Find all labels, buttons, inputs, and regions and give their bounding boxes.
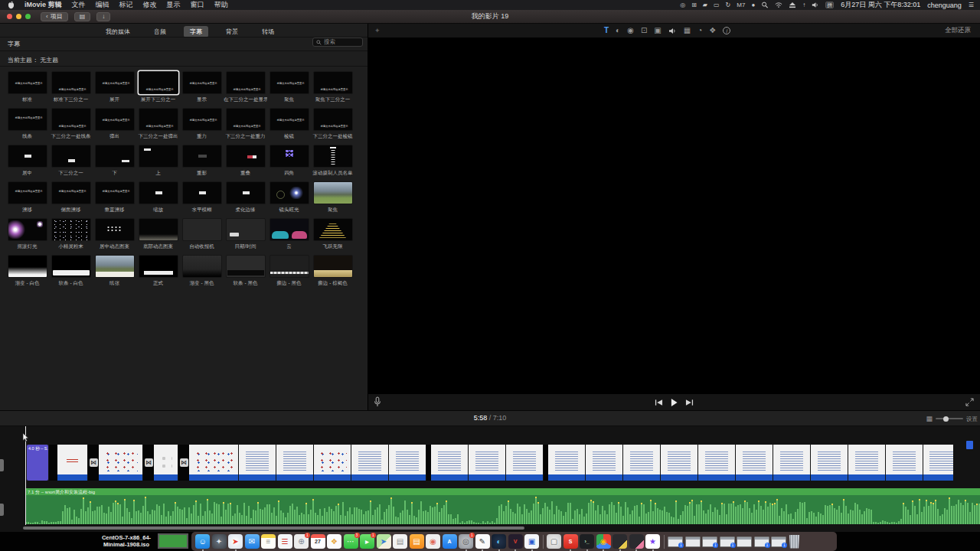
tab-背景[interactable]: 背景 bbox=[220, 26, 244, 37]
video-clip[interactable] bbox=[57, 445, 87, 481]
notification-app-icon[interactable]: ● bbox=[751, 2, 755, 8]
dock-mail[interactable]: ✉ bbox=[245, 534, 260, 549]
title-item[interactable]: 软条 - 黑色 bbox=[224, 255, 267, 292]
video-clip[interactable] bbox=[886, 445, 923, 481]
title-item[interactable]: 居中 bbox=[5, 145, 49, 181]
menu-item-1[interactable]: iMovie 剪辑 bbox=[24, 0, 62, 10]
dock-notes[interactable]: ≡ bbox=[261, 534, 276, 549]
tab-转场[interactable]: 转场 bbox=[256, 26, 280, 37]
transition-icon[interactable]: ⋈ bbox=[145, 458, 153, 467]
minimize-window-button[interactable] bbox=[16, 14, 21, 19]
tab-我的媒体[interactable]: 我的媒体 bbox=[100, 26, 136, 37]
menu-item-2[interactable]: 文件 bbox=[72, 0, 86, 10]
dock-photobooth[interactable]: ◉ bbox=[426, 534, 440, 549]
title-item[interactable]: 标题文本出现在这里显示标准下三分之一 bbox=[49, 71, 93, 108]
speed-tool[interactable]: ◔ bbox=[697, 27, 702, 34]
title-item[interactable]: 标题文本出现在这里显示下三分之一处棱镜 bbox=[311, 108, 354, 145]
dock-books[interactable]: ▤ bbox=[410, 534, 424, 549]
transition-slot[interactable]: ⋈ bbox=[178, 445, 189, 481]
title-item[interactable]: 居中动态图案 bbox=[93, 218, 136, 255]
video-clip[interactable] bbox=[239, 445, 276, 481]
minimized-window-4[interactable]: 1 bbox=[720, 536, 735, 547]
title-item[interactable]: 重影 bbox=[180, 145, 224, 181]
transition-icon[interactable]: ⋈ bbox=[180, 458, 188, 467]
title-item[interactable]: 标题文本出现在这里显示线条 bbox=[5, 108, 49, 145]
display-icon[interactable]: ▭ bbox=[714, 2, 720, 8]
dock-system-preferences[interactable]: ◎1 bbox=[459, 534, 473, 549]
dock-sogou-input[interactable]: S bbox=[564, 534, 578, 549]
transition-slot[interactable]: ⋈ bbox=[143, 445, 154, 481]
keyboard-brightness-icon[interactable]: ↑ bbox=[802, 2, 805, 8]
close-window-button[interactable] bbox=[7, 14, 12, 19]
dock-textedit[interactable]: ▤ bbox=[393, 534, 407, 549]
title-item[interactable]: 日期/时间 bbox=[224, 218, 267, 255]
video-clip[interactable] bbox=[548, 445, 585, 481]
dock-safari[interactable]: ➤ bbox=[228, 534, 243, 549]
title-item[interactable]: 正式 bbox=[136, 255, 180, 292]
dock-terminal[interactable]: ›_ bbox=[580, 534, 594, 549]
title-item[interactable]: 下 bbox=[93, 145, 136, 181]
dock-appstore[interactable]: A bbox=[443, 534, 457, 549]
title-item[interactable]: 水平模糊 bbox=[180, 181, 224, 218]
video-clip[interactable] bbox=[736, 445, 773, 481]
title-item[interactable]: 标题文本出现在这里显示展开 bbox=[93, 71, 136, 108]
menu-clock[interactable]: 6月27日 周六 下午8:32:01 bbox=[841, 0, 920, 10]
time-machine-icon[interactable]: ↻ bbox=[726, 2, 731, 8]
video-clip[interactable] bbox=[661, 445, 697, 481]
search-input[interactable]: 搜索 bbox=[312, 37, 363, 47]
dock-chrome[interactable]: ◉ bbox=[596, 534, 611, 549]
noise-reduction-tool[interactable]: ▦ bbox=[684, 27, 691, 34]
video-clip[interactable] bbox=[469, 445, 505, 481]
menu-item-7[interactable]: 窗口 bbox=[191, 0, 204, 10]
dock-reminders[interactable]: ☰ bbox=[278, 534, 292, 549]
timeline-settings-button[interactable]: 设置 bbox=[966, 416, 978, 423]
menu-list-icon[interactable]: ☰ bbox=[969, 2, 974, 8]
volume-tool[interactable] bbox=[668, 28, 677, 34]
title-item[interactable]: 上 bbox=[136, 145, 180, 181]
menu-item-3[interactable]: 编辑 bbox=[96, 0, 109, 10]
horizontal-scrollbar[interactable] bbox=[23, 527, 524, 530]
import-media-button[interactable]: ↓ bbox=[96, 12, 110, 21]
title-item[interactable]: 小精灵粉末 bbox=[49, 218, 93, 255]
title-item[interactable]: 标题文本出现在这里显示聚焦下三分之一 bbox=[311, 71, 354, 108]
dock-photos[interactable]: ❖ bbox=[327, 534, 341, 549]
audio-track[interactable]: 7.1 分 – snort简介和安装流程-big bbox=[25, 488, 980, 524]
dock-window-dark-2[interactable] bbox=[629, 534, 644, 549]
screen-mirroring-icon[interactable]: ⊞ bbox=[691, 2, 697, 8]
tab-字幕[interactable]: 字幕 bbox=[184, 26, 208, 37]
menu-user[interactable]: chenguang bbox=[927, 2, 962, 9]
title-item[interactable]: 云 bbox=[267, 218, 311, 255]
video-clip[interactable] bbox=[923, 445, 953, 481]
dock-v-app[interactable]: V bbox=[508, 534, 523, 549]
enhance-icon[interactable]: ✦ bbox=[374, 27, 381, 34]
title-item[interactable]: 撕边 - 棕褐色 bbox=[311, 255, 354, 292]
title-item[interactable]: 摇滚灯光 bbox=[5, 218, 49, 255]
video-clip[interactable] bbox=[506, 445, 543, 481]
transition-slot[interactable]: ⋈ bbox=[88, 445, 99, 481]
video-clip[interactable] bbox=[99, 445, 142, 481]
title-item[interactable]: 缩放 bbox=[136, 181, 180, 218]
info-tool[interactable]: i bbox=[723, 27, 730, 34]
video-clip[interactable] bbox=[431, 445, 468, 481]
dock-archive-utility[interactable]: ▢ bbox=[547, 534, 561, 549]
minimized-window-1[interactable]: 1 bbox=[668, 536, 683, 547]
dock-star-app[interactable]: ★ bbox=[645, 534, 660, 549]
video-clip[interactable] bbox=[586, 445, 622, 481]
app-m7-icon[interactable]: M7 bbox=[737, 2, 745, 8]
video-clip[interactable] bbox=[623, 445, 660, 481]
dock-window-dark-1[interactable] bbox=[612, 534, 627, 549]
keystroke-icon[interactable]: ◎ bbox=[680, 2, 685, 8]
title-item[interactable]: 软条 - 白色 bbox=[49, 255, 93, 292]
title-item[interactable]: 四角 bbox=[267, 145, 311, 181]
video-clip[interactable] bbox=[773, 445, 810, 481]
title-item[interactable]: 重叠 bbox=[224, 145, 267, 181]
video-clip[interactable] bbox=[276, 445, 313, 481]
video-clip[interactable] bbox=[154, 445, 178, 481]
title-item[interactable]: 标题文本出现在这里显示重力 bbox=[180, 108, 224, 145]
spotlight-icon[interactable] bbox=[761, 2, 769, 8]
title-item[interactable]: 标题文本出现在这里显示显示 bbox=[180, 71, 224, 108]
minimized-window-2[interactable] bbox=[685, 536, 701, 547]
apple-menu-icon[interactable] bbox=[8, 1, 15, 9]
volume-icon[interactable] bbox=[812, 2, 819, 8]
color-correction-tool[interactable]: ◉ bbox=[627, 27, 634, 34]
